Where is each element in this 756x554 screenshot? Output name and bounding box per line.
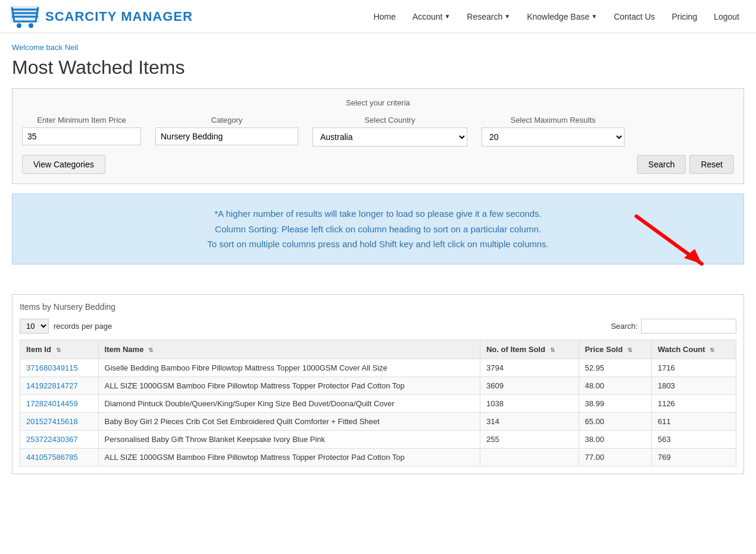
info-line2: Column Sorting: Please left click on col… xyxy=(24,222,732,237)
criteria-row: Enter Minimum Item Price Category Select… xyxy=(22,116,734,147)
cell-item-name: Baby Boy Girl 2 Pieces Crib Cot Set Embr… xyxy=(98,412,480,430)
cell-watch-count: 563 xyxy=(651,430,736,448)
cell-price-sold: 38.00 xyxy=(579,430,651,448)
research-arrow: ▼ xyxy=(504,13,510,20)
item-id-link[interactable]: 441057586785 xyxy=(26,453,78,462)
cell-items-sold: 3794 xyxy=(480,359,579,376)
cell-price-sold: 65.00 xyxy=(579,412,651,430)
records-per-page-select[interactable]: 10 25 50 xyxy=(20,319,49,334)
reset-button[interactable]: Reset xyxy=(689,155,734,174)
cell-price-sold: 77.00 xyxy=(579,448,651,466)
info-box: *A higher number of results will take lo… xyxy=(12,194,744,264)
nav-contact-us[interactable]: Contact Us xyxy=(607,8,662,25)
records-per-page-control: 10 25 50 records per page xyxy=(20,319,112,334)
cell-item-id: 441057586785 xyxy=(20,448,99,466)
table-header: Item Id ⇅ Item Name ⇅ No. of Item Sold ⇅… xyxy=(20,340,736,359)
sort-item-name: ⇅ xyxy=(148,347,153,353)
min-price-input[interactable] xyxy=(22,127,141,145)
account-arrow: ▼ xyxy=(444,13,450,20)
min-price-label: Enter Minimum Item Price xyxy=(22,116,141,125)
sort-item-id: ⇅ xyxy=(56,347,61,353)
cart-icon xyxy=(10,5,40,29)
col-price-sold[interactable]: Price Sold ⇅ xyxy=(579,340,651,359)
table-row: 201527415618 Baby Boy Girl 2 Pieces Crib… xyxy=(20,412,736,430)
table-row: 172824014459 Diamond Pintuck Double/Quee… xyxy=(20,394,736,412)
cell-price-sold: 52.95 xyxy=(579,359,651,376)
item-id-link[interactable]: 172824014459 xyxy=(26,399,78,408)
col-item-id[interactable]: Item Id ⇅ xyxy=(20,340,99,359)
criteria-box: Select your criteria Enter Minimum Item … xyxy=(12,88,744,184)
table-row: 371680349115 Giselle Bedding Bamboo Fibr… xyxy=(20,359,736,376)
country-label: Select Country xyxy=(313,116,467,125)
item-id-link[interactable]: 201527415618 xyxy=(26,417,78,426)
sort-watch-count: ⇅ xyxy=(710,347,714,353)
cell-watch-count: 769 xyxy=(651,448,736,466)
kb-arrow: ▼ xyxy=(591,13,597,20)
max-results-field: Select Maximum Results 20 10 50 100 xyxy=(482,116,624,147)
cell-price-sold: 48.00 xyxy=(579,376,651,394)
search-button[interactable]: Search xyxy=(637,155,686,174)
max-results-label: Select Maximum Results xyxy=(482,116,624,125)
data-table: Item Id ⇅ Item Name ⇅ No. of Item Sold ⇅… xyxy=(20,340,736,466)
category-field: Category xyxy=(155,116,298,147)
table-row: 141922814727 ALL SIZE 1000GSM Bamboo Fib… xyxy=(20,376,736,394)
max-results-select[interactable]: 20 10 50 100 xyxy=(482,127,624,147)
cell-items-sold: 1038 xyxy=(480,394,579,412)
country-select[interactable]: Australia United States United Kingdom xyxy=(313,127,467,147)
table-search-input[interactable] xyxy=(641,319,736,334)
nav-pricing[interactable]: Pricing xyxy=(664,8,704,25)
table-search-label: Search: xyxy=(611,322,638,331)
nav-bar: SCARCITY MANAGER Home Account ▼ Research… xyxy=(0,0,756,33)
cell-item-name: Giselle Bedding Bamboo Fibre Pillowtop M… xyxy=(98,359,480,376)
view-categories-button[interactable]: View Categories xyxy=(22,155,105,174)
cell-item-name: Personalised Baby Gift Throw Blanket Kee… xyxy=(98,430,480,448)
main-content: Welcome back Neil Most Watched Items Sel… xyxy=(0,33,756,484)
item-id-link[interactable]: 253722430367 xyxy=(26,435,78,444)
logo[interactable]: SCARCITY MANAGER xyxy=(10,5,193,29)
logo-text: SCARCITY MANAGER xyxy=(45,9,193,24)
country-field: Select Country Australia United States U… xyxy=(313,116,467,147)
svg-point-5 xyxy=(29,23,33,28)
item-id-link[interactable]: 141922814727 xyxy=(26,381,78,390)
svg-rect-0 xyxy=(11,6,39,23)
criteria-buttons-row: View Categories Search Reset xyxy=(22,155,734,174)
col-item-name[interactable]: Item Name ⇅ xyxy=(98,340,480,359)
cell-items-sold xyxy=(480,448,579,466)
cell-item-id: 253722430367 xyxy=(20,430,99,448)
nav-links: Home Account ▼ Research ▼ Knowledge Base… xyxy=(366,8,746,25)
cell-price-sold: 38.99 xyxy=(579,394,651,412)
search-reset-group: Search Reset xyxy=(637,155,734,174)
min-price-field: Enter Minimum Item Price xyxy=(22,116,141,147)
cell-items-sold: 3609 xyxy=(480,376,579,394)
cell-item-id: 371680349115 xyxy=(20,359,99,376)
header-row: Item Id ⇅ Item Name ⇅ No. of Item Sold ⇅… xyxy=(20,340,736,359)
nav-logout[interactable]: Logout xyxy=(707,8,746,25)
nav-home[interactable]: Home xyxy=(366,8,402,25)
nav-account[interactable]: Account ▼ xyxy=(405,8,458,25)
info-line3: To sort on multiple columns press and ho… xyxy=(24,236,732,252)
cell-item-name: Diamond Pintuck Double/Queen/King/Super … xyxy=(98,394,480,412)
sort-price-sold: ⇅ xyxy=(627,347,632,353)
category-input[interactable] xyxy=(155,127,298,145)
table-row: 253722430367 Personalised Baby Gift Thro… xyxy=(20,430,736,448)
cell-item-name: ALL SIZE 1000GSM Bamboo Fibre Pillowtop … xyxy=(98,448,480,466)
cell-item-id: 201527415618 xyxy=(20,412,99,430)
col-items-sold[interactable]: No. of Item Sold ⇅ xyxy=(480,340,579,359)
table-section: Items by Nursery Bedding 10 25 50 record… xyxy=(12,294,744,474)
cell-watch-count: 1126 xyxy=(651,394,736,412)
cell-items-sold: 314 xyxy=(480,412,579,430)
table-controls: 10 25 50 records per page Search: xyxy=(20,319,736,334)
cell-watch-count: 1716 xyxy=(651,359,736,376)
table-body: 371680349115 Giselle Bedding Bamboo Fibr… xyxy=(20,359,736,466)
nav-knowledge-base[interactable]: Knowledge Base ▼ xyxy=(520,8,604,25)
sort-items-sold: ⇅ xyxy=(550,347,555,353)
criteria-title: Select your criteria xyxy=(22,98,734,107)
col-watch-count[interactable]: Watch Count ⇅ xyxy=(651,340,736,359)
nav-research[interactable]: Research ▼ xyxy=(460,8,517,25)
cell-items-sold: 255 xyxy=(480,430,579,448)
svg-point-4 xyxy=(17,23,21,28)
cell-item-id: 172824014459 xyxy=(20,394,99,412)
records-per-page-label: records per page xyxy=(54,322,112,331)
item-id-link[interactable]: 371680349115 xyxy=(26,363,78,372)
welcome-text: Welcome back Neil xyxy=(12,43,744,52)
